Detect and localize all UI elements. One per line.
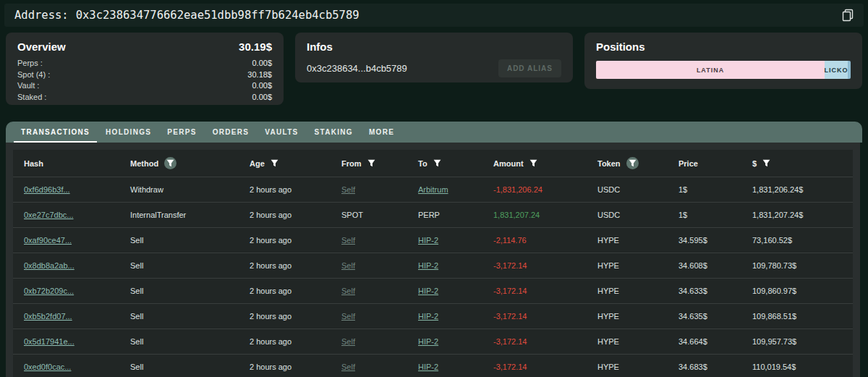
- token-cell: USDC: [597, 211, 678, 219]
- copy-icon[interactable]: [842, 9, 854, 22]
- table-row: 0xb5b2fd07...Sell2 hours agoSelfHIP-2-3,…: [13, 303, 853, 329]
- filter-icon-age[interactable]: [271, 159, 278, 167]
- overview-rows: Perps :0.00$Spot (4) :30.18$Vault :0.00$…: [17, 58, 272, 103]
- from-link[interactable]: Self: [341, 287, 418, 295]
- hash-link[interactable]: 0x8db8a2ab...: [24, 261, 130, 270]
- tab-staking[interactable]: STAKING: [307, 122, 361, 143]
- from-link[interactable]: Self: [341, 185, 418, 194]
- filter-icon-to[interactable]: [433, 159, 441, 167]
- amount-cell: -3,172.14: [493, 363, 597, 371]
- from-link[interactable]: Self: [341, 236, 418, 245]
- age-cell: 2 hours ago: [250, 236, 341, 245]
- age-cell: 2 hours ago: [250, 185, 341, 194]
- hash-link[interactable]: 0xed0f0cac...: [24, 363, 130, 371]
- summary-cards: Overview 30.19$ Perps :0.00$Spot (4) :30…: [6, 33, 862, 105]
- column-header-method: Method: [130, 157, 250, 169]
- hash-link[interactable]: 0xaf90ce47...: [24, 236, 130, 245]
- hash-link[interactable]: 0xb5b2fd07...: [24, 312, 130, 321]
- hash-link[interactable]: 0xf6d96b3f...: [24, 185, 130, 194]
- tab-vaults[interactable]: VAULTS: [257, 122, 306, 143]
- usd-cell: 109,780.73$: [752, 261, 853, 270]
- column-label-from: From: [341, 159, 362, 168]
- position-segment-licko[interactable]: LICKO: [825, 61, 848, 79]
- filter-icon-usd[interactable]: [762, 159, 770, 167]
- short-address: 0x3c238634...b4cb5789: [307, 63, 407, 74]
- from-link[interactable]: Self: [341, 363, 418, 371]
- token-cell: HYPE: [597, 261, 678, 270]
- amount-cell: -3,172.14: [493, 337, 597, 346]
- table-row: 0xf6d96b3f...Withdraw2 hours agoSelfArbi…: [13, 177, 853, 202]
- method-cell: InternalTransfer: [130, 211, 250, 219]
- hash-link[interactable]: 0xe27c7dbc...: [24, 211, 130, 219]
- overview-row: Spot (4) :30.18$: [17, 69, 272, 81]
- to-cell: PERP: [418, 211, 493, 219]
- table-row: 0xb72b209c...Sell2 hours agoSelfHIP-2-3,…: [13, 278, 853, 303]
- overview-row-label: Vault :: [17, 80, 39, 92]
- table-row: 0xe27c7dbc...InternalTransfer2 hours ago…: [13, 202, 853, 227]
- overview-row-value: 0.00$: [252, 58, 272, 69]
- add-alias-button[interactable]: ADD ALIAS: [498, 59, 561, 77]
- method-cell: Sell: [130, 337, 250, 346]
- filter-icon-from[interactable]: [367, 159, 375, 167]
- positions-title: Positions: [596, 41, 645, 53]
- method-cell: Sell: [130, 287, 250, 295]
- tab-orders[interactable]: ORDERS: [205, 122, 258, 143]
- usd-cell: 73,160.52$: [752, 236, 853, 245]
- column-header-amount: Amount: [493, 159, 597, 168]
- to-link[interactable]: Arbitrum: [418, 185, 493, 194]
- to-link[interactable]: HIP-2: [418, 337, 493, 346]
- position-segment-endcap: [848, 61, 851, 79]
- to-link[interactable]: HIP-2: [418, 236, 493, 245]
- overview-row-label: Perps :: [17, 58, 43, 69]
- overview-row-label: Spot (4) :: [17, 69, 50, 81]
- method-cell: Sell: [130, 312, 250, 321]
- from-link[interactable]: Self: [341, 337, 418, 346]
- token-cell: HYPE: [597, 236, 678, 245]
- to-link[interactable]: HIP-2: [418, 287, 493, 295]
- column-label-to: To: [418, 159, 427, 168]
- to-link[interactable]: HIP-2: [418, 312, 493, 321]
- price-cell: 34.635$: [678, 312, 752, 321]
- tab-perps[interactable]: PERPS: [159, 122, 204, 143]
- column-header-from: From: [341, 159, 418, 168]
- method-cell: Sell: [130, 363, 250, 371]
- token-cell: HYPE: [597, 287, 678, 295]
- address-bar: Address: 0x3c238634776662eae51dbb98ff7b6…: [4, 4, 864, 27]
- table-row: 0xed0f0cac...Sell2 hours agoSelfHIP-2-3,…: [13, 354, 853, 377]
- tab-more[interactable]: MORE: [361, 122, 402, 143]
- amount-cell: -3,172.14: [493, 287, 597, 295]
- table-panel: HashMethodAgeFromToAmountTokenPrice$ 0xf…: [6, 143, 860, 377]
- from-link[interactable]: Self: [341, 261, 418, 270]
- filter-icon-method[interactable]: [164, 157, 176, 169]
- hash-link[interactable]: 0xb72b209c...: [24, 287, 130, 295]
- age-cell: 2 hours ago: [250, 287, 341, 295]
- amount-cell: -3,172.14: [493, 312, 597, 321]
- filter-icon-token[interactable]: [626, 157, 639, 169]
- age-cell: 2 hours ago: [250, 312, 341, 321]
- age-cell: 2 hours ago: [250, 211, 341, 219]
- token-cell: HYPE: [597, 312, 678, 321]
- column-label-amount: Amount: [493, 159, 524, 168]
- age-cell: 2 hours ago: [250, 363, 341, 371]
- overview-total: 30.19$: [239, 41, 272, 53]
- from-link[interactable]: Self: [341, 312, 418, 321]
- price-cell: 34.683$: [678, 363, 752, 371]
- overview-row-label: Staked :: [17, 92, 46, 103]
- to-link[interactable]: HIP-2: [418, 261, 493, 270]
- position-segment-latina[interactable]: LATINA: [596, 61, 825, 79]
- filter-icon-amount[interactable]: [529, 159, 537, 167]
- to-link[interactable]: HIP-2: [418, 363, 493, 371]
- column-label-token: Token: [597, 159, 621, 168]
- usd-cell: 110,019.54$: [752, 363, 853, 371]
- column-header-token: Token: [597, 157, 678, 169]
- tab-transactions[interactable]: TRANSACTIONS: [13, 122, 98, 143]
- price-cell: 34.664$: [678, 337, 752, 346]
- column-label-price: Price: [678, 159, 698, 168]
- overview-row: Staked :0.00$: [17, 92, 272, 103]
- price-cell: 34.608$: [678, 261, 752, 270]
- tab-holdings[interactable]: HOLDINGS: [98, 122, 159, 143]
- table-header-row: HashMethodAgeFromToAmountTokenPrice$: [13, 150, 853, 177]
- hash-link[interactable]: 0x5d17941e...: [24, 337, 130, 346]
- token-cell: HYPE: [597, 363, 678, 371]
- column-label-age: Age: [250, 159, 265, 168]
